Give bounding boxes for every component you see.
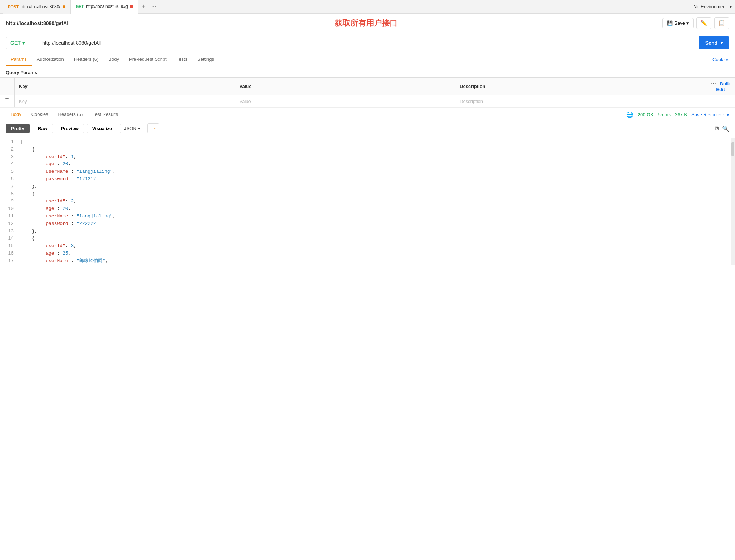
response-status-bar: 🌐 200 OK 55 ms 367 B Save Response ▾: [626, 111, 729, 118]
tab-post-url: http://localhost:8080/: [21, 4, 60, 9]
pencil-icon: ✏️: [700, 20, 707, 26]
tab-authorization[interactable]: Authorization: [32, 53, 69, 66]
send-button[interactable]: Send ▾: [699, 36, 729, 49]
save-response-button[interactable]: Save Response ▾: [691, 112, 729, 117]
params-checkbox-header: [0, 78, 15, 95]
tab-add-button[interactable]: +: [138, 3, 149, 10]
tab-get-url: http://localhost:8080/g: [86, 4, 128, 9]
copy-icon[interactable]: ⧉: [715, 125, 719, 132]
res-tab-test-results[interactable]: Test Results: [88, 108, 123, 121]
status-code: 200 OK: [638, 112, 654, 117]
save-chevron-icon: ▾: [686, 20, 689, 26]
send-divider: [719, 39, 719, 46]
env-selector[interactable]: No Environment ▾: [694, 4, 732, 9]
tab-more-button[interactable]: ···: [149, 4, 158, 10]
desc-placeholder: Description: [460, 99, 483, 104]
edit-button[interactable]: ✏️: [696, 17, 711, 29]
toolbar-icons: ⧉ 🔍: [715, 125, 729, 132]
notes-button[interactable]: 📋: [714, 17, 729, 29]
params-value-cell[interactable]: Value: [235, 95, 455, 107]
row-checkbox-input[interactable]: [5, 98, 9, 103]
json-body: 1234567891011121314151617 [ { "userId": …: [0, 136, 735, 268]
tab-get-method: GET: [76, 4, 84, 9]
tab-post-method: POST: [8, 5, 19, 9]
format-preview-button[interactable]: Preview: [56, 124, 84, 133]
wrap-icon: ⇒: [151, 126, 156, 131]
res-tab-cookies[interactable]: Cookies: [26, 108, 53, 121]
json-content: [ { "userId": 1, "age": 20, "userName": …: [18, 138, 731, 265]
res-tab-headers[interactable]: Headers (5): [53, 108, 88, 121]
query-params-label: Query Params: [0, 66, 735, 77]
json-format-select[interactable]: JSON ▾: [120, 124, 144, 133]
table-row: Key Value Description: [0, 95, 735, 107]
tab-params[interactable]: Params: [6, 53, 32, 66]
search-icon[interactable]: 🔍: [722, 125, 729, 132]
url-input[interactable]: [38, 37, 699, 49]
method-label: GET: [10, 40, 21, 46]
env-label: No Environment: [694, 4, 727, 9]
request-tabs: Params Authorization Headers (6) Body Pr…: [0, 53, 735, 66]
tab-post-dot: [63, 5, 65, 8]
bulk-edit-button[interactable]: Bulk Edit: [716, 81, 730, 92]
cookies-link[interactable]: Cookies: [712, 53, 729, 66]
tab-settings[interactable]: Settings: [192, 53, 219, 66]
send-arrow-icon: ▾: [721, 40, 723, 45]
method-select[interactable]: GET ▾: [6, 37, 38, 49]
request-header: http://localhost:8080/getAll 获取所有用户接口 💾 …: [0, 14, 735, 33]
tab-headers[interactable]: Headers (6): [69, 53, 104, 66]
notes-icon: 📋: [718, 20, 725, 26]
params-key-cell[interactable]: Key: [15, 95, 235, 107]
method-chevron-icon: ▾: [22, 40, 25, 46]
json-chevron-icon: ▾: [138, 126, 140, 131]
format-raw-button[interactable]: Raw: [33, 124, 53, 133]
json-format-label: JSON: [124, 126, 137, 131]
globe-icon: 🌐: [626, 111, 633, 118]
scrollbar-vertical[interactable]: [731, 138, 735, 265]
params-value-header: Value: [235, 78, 455, 95]
tab-post[interactable]: POST http://localhost:8080/: [3, 0, 71, 14]
response-size: 367 B: [675, 112, 687, 117]
header-actions: 💾 Save ▾ ✏️ 📋: [662, 17, 729, 29]
params-table: Key Value Description ··· Bulk Edit Key …: [0, 77, 735, 107]
tab-prerequest[interactable]: Pre-request Script: [124, 53, 172, 66]
params-desc-header: Description: [455, 78, 706, 95]
chevron-down-icon: ▾: [730, 4, 732, 9]
response-tabs: Body Cookies Headers (5) Test Results 🌐 …: [0, 108, 735, 121]
format-visualize-button[interactable]: Visualize: [87, 124, 117, 133]
tab-get-dot: [130, 5, 133, 8]
response-section: Body Cookies Headers (5) Test Results 🌐 …: [0, 107, 735, 268]
tab-tests[interactable]: Tests: [172, 53, 192, 66]
params-actions-header: ··· Bulk Edit: [706, 78, 735, 95]
url-bar: GET ▾ Send ▾: [0, 33, 735, 53]
params-key-header: Key: [15, 78, 235, 95]
params-row-actions: [706, 95, 735, 107]
three-dots-icon[interactable]: ···: [711, 80, 716, 87]
send-label: Send: [705, 40, 717, 46]
request-chinese-title: 获取所有用户接口: [74, 18, 658, 29]
tab-body[interactable]: Body: [103, 53, 124, 66]
save-label: Save: [674, 20, 685, 26]
response-time: 55 ms: [658, 112, 671, 117]
format-pretty-button[interactable]: Pretty: [6, 124, 30, 133]
value-placeholder: Value: [240, 99, 251, 104]
line-numbers: 1234567891011121314151617: [0, 138, 18, 265]
params-desc-cell[interactable]: Description: [455, 95, 706, 107]
res-tab-body[interactable]: Body: [6, 108, 26, 121]
tab-get[interactable]: GET http://localhost:8080/g: [71, 0, 138, 14]
row-checkbox[interactable]: [0, 95, 15, 107]
scrollbar-thumb[interactable]: [731, 142, 734, 156]
save-button[interactable]: 💾 Save ▾: [662, 18, 694, 28]
request-title: http://localhost:8080/getAll: [6, 20, 70, 26]
save-icon: 💾: [667, 20, 673, 26]
key-placeholder: Key: [19, 99, 27, 104]
response-toolbar: Pretty Raw Preview Visualize JSON ▾ ⇒ ⧉ …: [0, 121, 735, 136]
tab-bar: POST http://localhost:8080/ GET http://l…: [0, 0, 735, 14]
wrap-button[interactable]: ⇒: [147, 123, 159, 133]
